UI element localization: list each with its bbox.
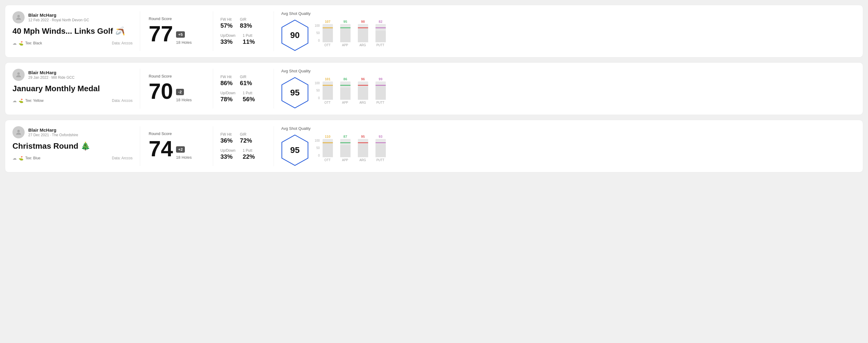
bar-fill [358,29,368,42]
bar-line [375,85,386,86]
round-score-label: Round Score [149,74,204,79]
bar-fill [375,86,386,100]
stats-row-bottom: Up/Down 33% 1 Putt 11% [220,33,266,45]
gir-label: GIR [240,75,252,79]
user-name: Blair McHarg [28,12,89,18]
fw-hit-label: FW Hit [220,17,232,22]
shot-quality-wrapper: Avg Shot Quality 95 100 50 0 101 [281,69,388,108]
bar-line [340,27,350,28]
updown-label: Up/Down [220,91,235,95]
hexagon-wrapper: 95 [281,77,309,108]
hexagon-wrapper: 95 [281,134,309,166]
round-left-section: Blair McHarg 12 Feb 2022 · Royal North D… [12,11,140,51]
oneputt-stat: 1 Putt 56% [243,91,255,103]
bar-value-putt: 93 [379,135,382,138]
bar-col-arg: 98 [356,20,370,42]
bar-line [358,27,368,28]
stats-row-top: FW Hit 86% GIR 61% [220,75,266,87]
shot-quality-wrapper: Avg Shot Quality 90 100 50 0 107 [281,11,388,51]
holes-label: 18 Holes [176,98,191,102]
round-title: 40 Mph Winds... Links Golf 🪃 [12,27,132,36]
round-left-section: Blair McHarg 27 Dec 2021 · The Oxfordshi… [12,126,140,166]
bar-axis-label: PUTT [374,43,387,47]
quality-label: Avg Shot Quality [281,126,388,131]
round-title: Christmas Round 🎄 [12,142,132,151]
bar-track [358,24,368,42]
score-diff-col: +2 18 Holes [176,146,191,160]
bar-fill [375,144,386,157]
bar-line [375,142,386,143]
user-name: Blair McHarg [28,127,78,132]
score-number: 74 [149,138,173,160]
bar-axis-label: OTT [321,101,334,104]
score-diff-col: +5 18 Holes [176,31,191,45]
bar-col-arg: 96 [356,77,370,100]
bar-chart-wrapper: 100 50 0 107 95 98 82 [315,24,388,47]
avatar [12,11,25,23]
fw-hit-label: FW Hit [220,75,232,79]
updown-stat: Up/Down 33% [220,148,235,160]
holes-label: 18 Holes [176,155,191,160]
gir-label: GIR [240,17,252,22]
bar-col-ott: 107 [321,20,335,42]
score-diff-badge: +2 [176,146,185,153]
bar-fill [322,86,333,100]
bar-value-arg: 95 [361,135,365,138]
bar-track [340,139,350,157]
tee-info: ☁ ⛳ Tee: Blue [12,156,40,161]
avatar [12,69,25,81]
bar-fill [340,29,350,42]
bar-track [340,82,350,100]
oneputt-value: 56% [243,96,255,103]
updown-label: Up/Down [220,33,235,38]
bar-col-arg: 95 [356,135,370,157]
round-score-section: Round Score 70 -2 18 Holes [140,69,213,108]
shot-quality-wrapper: Avg Shot Quality 95 100 50 0 110 [281,126,388,166]
stats-section: FW Hit 57% GIR 83% Up/Down 33% 1 Putt 11… [213,11,274,51]
gir-label: GIR [240,132,252,136]
user-info: Blair McHarg 27 Dec 2021 · The Oxfordshi… [28,127,78,137]
user-row: Blair McHarg 29 Jan 2022 · Mill Ride GCC [12,69,132,81]
tee-label: Tee: Blue [25,156,40,160]
fw-hit-value: 86% [220,80,232,87]
gir-value: 61% [240,80,252,87]
data-source: Data: Arccos [112,156,132,160]
round-score-section: Round Score 74 +2 18 Holes [140,126,213,166]
bar-value-ott: 107 [325,20,331,23]
bar-track [358,139,368,157]
bottom-row: ☁ ⛳ Tee: Black Data: Arccos [12,41,132,45]
bar-col-putt: 82 [374,20,388,42]
round-card: Blair McHarg 12 Feb 2022 · Royal North D… [5,5,863,58]
bar-chart-wrapper: 100 50 0 101 86 96 99 [315,82,388,104]
weather-icon: ☁ [12,156,17,161]
bar-fill [340,145,350,157]
bar-col-putt: 99 [374,77,388,100]
updown-stat: Up/Down 78% [220,91,235,103]
bar-value-arg: 96 [361,77,365,81]
bar-line [358,142,368,143]
fw-hit-stat: FW Hit 86% [220,75,232,87]
bar-col-ott: 110 [321,135,335,157]
fw-hit-label: FW Hit [220,132,232,136]
shot-quality-section: Avg Shot Quality 95 100 50 0 110 [274,126,856,166]
data-source: Data: Arccos [112,98,132,103]
bar-track [375,24,386,42]
gir-value: 83% [240,22,252,29]
user-info: Blair McHarg 12 Feb 2022 · Royal North D… [28,12,89,22]
stats-section: FW Hit 86% GIR 61% Up/Down 78% 1 Putt 56… [213,69,274,108]
hexagon-wrapper: 90 [281,20,309,51]
bar-line [340,85,350,86]
bar-line [322,85,333,86]
stats-row-top: FW Hit 36% GIR 72% [220,132,266,144]
bar-value-arg: 98 [361,20,365,23]
shot-quality-section: Avg Shot Quality 90 100 50 0 107 [274,11,856,51]
score-diff-badge: -2 [176,89,184,95]
stats-row-bottom: Up/Down 33% 1 Putt 22% [220,148,266,160]
round-title: January Monthly Medal [12,84,132,93]
user-name: Blair McHarg [28,70,74,75]
gir-stat: GIR 83% [240,17,252,29]
gir-stat: GIR 72% [240,132,252,144]
bottom-row: ☁ ⛳ Tee: Yellow Data: Arccos [12,98,132,103]
oneputt-stat: 1 Putt 22% [243,148,255,160]
user-row: Blair McHarg 27 Dec 2021 · The Oxfordshi… [12,126,132,138]
